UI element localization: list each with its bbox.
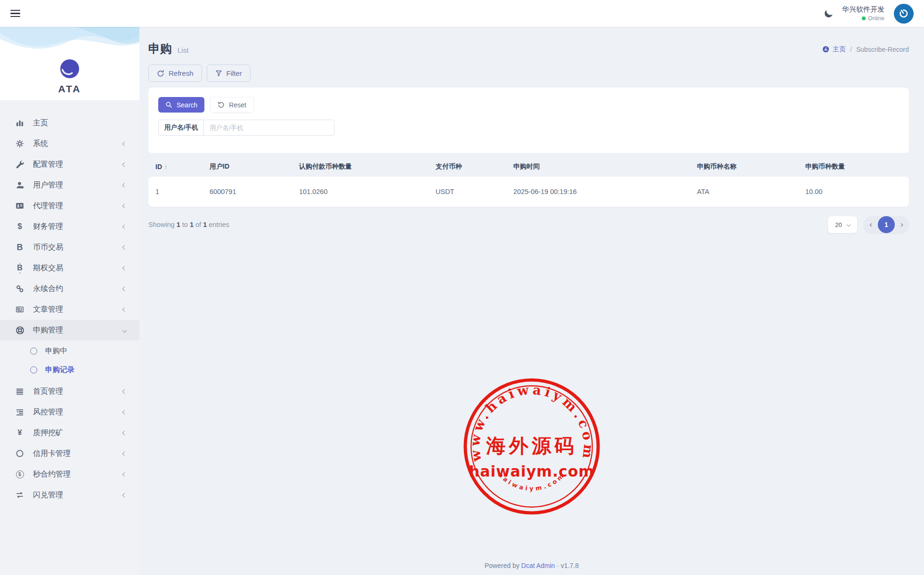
user-avatar[interactable] (894, 4, 914, 24)
user-menu[interactable]: 华兴软件开发 Online (842, 5, 884, 22)
sidebar-item-homepage[interactable]: 首页管理 (0, 381, 139, 402)
per-page-select[interactable]: 20 (828, 216, 857, 233)
list-icon (14, 387, 25, 396)
exchange-icon (14, 491, 25, 499)
watermark-stamp: www.haiwaiym.com 海外源码 haiwaiym.com haiwa… (462, 377, 601, 516)
cell-id: 1 (155, 188, 210, 195)
filter-button[interactable]: Filter (207, 65, 251, 82)
sidebar: ATA 主页 系统 配置管理 (0, 27, 139, 575)
filter-panel: Search Reset 用户名/手机 (148, 88, 909, 153)
svg-text:www.haiwaiym.com: www.haiwaiym.com (467, 382, 597, 463)
life-ring-icon (14, 326, 25, 335)
sidebar-item-agents[interactable]: 代理管理 (0, 195, 139, 216)
chevron-left-icon (122, 451, 127, 456)
chevron-left-icon (122, 245, 127, 250)
logo-card: ATA (0, 27, 139, 100)
sidebar-item-credit-card[interactable]: 信用卡管理 (0, 443, 139, 464)
circle-icon (30, 348, 37, 355)
username-field-label: 用户名/手机 (159, 120, 204, 135)
app-logo-icon (60, 59, 80, 79)
dark-mode-toggle-icon[interactable] (824, 8, 834, 18)
sidebar-item-options-trade[interactable]: B 期权交易 (0, 258, 139, 278)
cell-subscribe-time: 2025-06-19 00:19:16 (513, 188, 697, 195)
sort-asc-icon: ↑ (164, 164, 167, 170)
sidebar-subitem-subscribing[interactable]: 申购中 (0, 341, 139, 360)
sidebar-item-risk[interactable]: 风控管理 (0, 402, 139, 422)
chevron-left-icon (122, 162, 127, 167)
status-label: Online (868, 15, 884, 22)
sidebar-subitem-subscribe-record[interactable]: 申购记录 (0, 360, 139, 379)
chevron-left-icon (122, 286, 127, 291)
id-card-icon (14, 202, 25, 210)
sidebar-item-finance[interactable]: $ 财务管理 (0, 216, 139, 237)
bitcoin-icon: B (14, 264, 25, 272)
cell-pay-coin: USDT (436, 188, 513, 195)
column-header: 申购时间 (513, 162, 697, 171)
refresh-button[interactable]: Refresh (148, 65, 202, 82)
column-header: 用户ID (210, 162, 299, 171)
dollar-icon: $ (14, 222, 25, 231)
dcat-admin-link[interactable]: Dcat Admin (521, 562, 555, 569)
username-input[interactable] (204, 120, 334, 135)
search-button[interactable]: Search (158, 97, 204, 113)
cell-pay-amount: 101.0260 (299, 188, 436, 195)
sidebar-item-articles[interactable]: 文章管理 (0, 299, 139, 320)
cell-coin-name: ATA (697, 188, 805, 195)
reset-button[interactable]: Reset (210, 97, 254, 113)
chevron-left-icon (122, 141, 127, 146)
online-dot-icon (862, 16, 866, 20)
sidebar-item-perpetual[interactable]: 永续合约 (0, 278, 139, 299)
sidebar-item-users[interactable]: 用户管理 (0, 175, 139, 195)
sidebar-menu: 主页 系统 配置管理 用户管理 (0, 113, 139, 505)
chain-icon (14, 284, 25, 293)
bold-b-icon: B (14, 243, 25, 252)
chevron-left-icon (122, 472, 127, 477)
watermark-arc-bottom-text: haiwaiym.com (497, 471, 567, 492)
chart-bar-icon (14, 119, 25, 127)
svg-text:haiwaiym.com: haiwaiym.com (497, 471, 567, 492)
sidebar-item-second-contract[interactable]: 5 秒合约管理 (0, 464, 139, 485)
table-header: ID↑ 用户ID 认购付款币种数量 支付币种 申购时间 申购币种名称 申购币种数… (148, 157, 909, 177)
breadcrumb: 主页 / Subscribe-Record (822, 45, 909, 54)
user-icon (14, 181, 25, 189)
sidebar-item-system[interactable]: 系统 (0, 133, 139, 154)
cell-user-id: 6000791 (210, 188, 299, 195)
chevron-left-icon (122, 307, 127, 312)
app-logo-text: ATA (58, 83, 81, 95)
next-page-button[interactable]: › (895, 220, 909, 229)
username-filter-group: 用户名/手机 (158, 120, 334, 136)
showing-entries: Showing 1 to 1 of 1 entries (148, 221, 229, 228)
version-label: v1.7.8 (561, 562, 579, 569)
chevron-left-icon (122, 183, 127, 187)
sidebar-item-staking[interactable]: ¥ 质押挖矿 (0, 422, 139, 443)
page-subtitle: List (178, 46, 188, 54)
sidebar-toggle-button[interactable] (9, 6, 21, 21)
sidebar-item-config[interactable]: 配置管理 (0, 154, 139, 175)
refresh-icon (157, 70, 164, 77)
table-footer: Showing 1 to 1 of 1 entries 20 ‹ 1 › (148, 216, 909, 233)
sidebar-item-home[interactable]: 主页 (0, 113, 139, 133)
sidebar-item-flash-exchange[interactable]: 闪兑管理 (0, 485, 139, 505)
prev-page-button[interactable]: ‹ (864, 220, 878, 229)
breadcrumb-home-link[interactable]: 主页 (822, 45, 846, 54)
sidebar-item-subscribe[interactable]: 申购管理 (0, 320, 139, 340)
main-content: 申购 List 主页 / Subscribe-Record (139, 27, 924, 575)
page-footer: Powered by Dcat Admin · v1.7.8 (139, 562, 924, 569)
search-icon (165, 101, 172, 108)
gear-icon (14, 139, 25, 148)
sidebar-item-spot-trade[interactable]: B 币币交易 (0, 237, 139, 258)
watermark-arc-top-text: www.haiwaiym.com (467, 382, 597, 463)
newspaper-icon (14, 305, 25, 314)
chevron-left-icon (122, 224, 127, 229)
current-page-button[interactable]: 1 (878, 216, 895, 233)
pagination: ‹ 1 › (864, 216, 909, 233)
column-header: 支付币种 (436, 162, 513, 171)
wrench-icon (14, 160, 25, 169)
chevron-down-icon (122, 328, 127, 332)
user-name: 华兴软件开发 (842, 5, 884, 14)
circle-icon (30, 366, 37, 373)
watermark-main-text: haiwaiym.com (469, 463, 594, 480)
column-header-id[interactable]: ID↑ (155, 163, 210, 170)
home-icon (822, 46, 829, 53)
filter-funnel-icon (215, 70, 222, 77)
